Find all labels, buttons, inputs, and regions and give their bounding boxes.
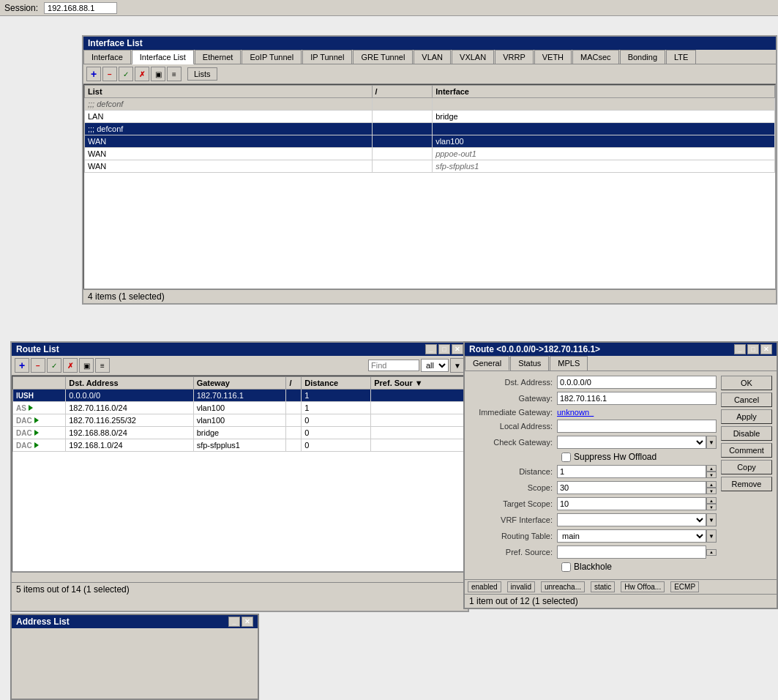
addr-minimize-button[interactable]: _ (228, 617, 240, 627)
tab-vrrp[interactable]: VRRP (495, 50, 534, 64)
table-row[interactable]: ;;; defconf (85, 123, 775, 135)
target-scope-input[interactable] (557, 497, 706, 510)
pref-source-input[interactable] (557, 546, 706, 559)
tab-vlan[interactable]: VLAN (414, 50, 451, 64)
copy-button[interactable]: ▣ (151, 67, 165, 81)
detail-tab-mpls[interactable]: MPLS (550, 356, 588, 371)
suppress-hw-offload-checkbox[interactable] (561, 453, 571, 462)
route-remove-button[interactable]: − (31, 358, 45, 373)
close-button[interactable]: ✕ (452, 344, 463, 354)
distance-up[interactable]: ▲ (706, 465, 717, 472)
target-scope-up[interactable]: ▲ (706, 497, 717, 504)
route-table: Dst. Address Gateway / Distance Pref. So… (12, 376, 467, 452)
remove-button[interactable]: − (102, 67, 117, 81)
ok-button[interactable]: OK (721, 376, 772, 390)
blackhole-checkbox[interactable] (561, 562, 571, 572)
detail-maximize-button[interactable]: □ (747, 344, 759, 354)
tab-ip-tunnel[interactable]: IP Tunnel (302, 50, 352, 64)
detail-tab-status[interactable]: Status (510, 356, 549, 371)
col-gateway[interactable]: Gateway (193, 377, 286, 390)
routing-table-arrow[interactable]: ▼ (706, 529, 717, 543)
filter-button[interactable]: ≡ (167, 67, 182, 81)
all-select[interactable]: all (421, 359, 449, 372)
disable-button[interactable]: Disable (721, 426, 772, 441)
comment-button[interactable]: Comment (721, 443, 772, 458)
scope-down[interactable]: ▼ (706, 488, 717, 494)
gateway-input[interactable] (557, 392, 717, 405)
tab-veth[interactable]: VETH (534, 50, 572, 64)
route-add-button[interactable]: + (15, 358, 29, 373)
tab-vxlan[interactable]: VXLAN (452, 50, 494, 64)
tab-interface-list[interactable]: Interface List (132, 50, 194, 64)
cell-sep (286, 427, 302, 439)
route-filter-btn2[interactable]: ▼ (450, 358, 465, 373)
cell-sep (372, 123, 433, 135)
col-sep[interactable]: / (372, 86, 433, 98)
col-sep[interactable]: / (286, 377, 302, 390)
pref-source-up[interactable]: ▲ (706, 549, 717, 556)
addr-close-button[interactable]: ✕ (242, 617, 253, 627)
routing-table-select[interactable]: main (557, 529, 706, 543)
target-scope-down[interactable]: ▼ (706, 504, 717, 510)
check-gateway-select[interactable] (557, 436, 706, 449)
table-row[interactable]: ;;; defconf (85, 98, 775, 111)
col-interface[interactable]: Interface (433, 86, 775, 98)
table-row[interactable]: DAC 182.70.116.255/32 vlan100 0 (13, 414, 467, 427)
local-address-input[interactable] (557, 420, 717, 433)
find-input[interactable] (368, 360, 419, 371)
detail-minimize-button[interactable]: _ (734, 344, 746, 354)
scope-spinners: ▲ ▼ (706, 481, 717, 494)
addr-win-btns: _ ✕ (228, 617, 253, 627)
route-filter-button[interactable]: ≡ (95, 358, 110, 373)
cell-interface: pppoe-out1 (433, 148, 775, 160)
apply-button[interactable]: Apply (721, 409, 772, 424)
dst-address-input[interactable] (557, 376, 717, 389)
route-enable-button[interactable]: ✓ (47, 358, 61, 373)
remove-button[interactable]: Remove (721, 477, 772, 491)
col-type[interactable] (13, 377, 66, 390)
col-list[interactable]: List (85, 86, 373, 98)
route-copy-button[interactable]: ▣ (79, 358, 94, 373)
check-gateway-arrow[interactable]: ▼ (706, 436, 717, 449)
table-row[interactable]: DAC 192.168.88.0/24 bridge 0 (13, 427, 467, 439)
table-row[interactable]: WAN pppoe-out1 (85, 148, 775, 160)
vrf-select[interactable] (557, 513, 706, 526)
detail-close-button[interactable]: ✕ (760, 344, 772, 354)
table-row[interactable]: IUSH 0.0.0.0/0 182.70.116.1 1 (13, 390, 467, 402)
immediate-gateway-link[interactable]: unknown_ (557, 408, 594, 417)
distance-down[interactable]: ▼ (706, 472, 717, 478)
tab-gre-tunnel[interactable]: GRE Tunnel (353, 50, 413, 64)
tab-bonding[interactable]: Bonding (620, 50, 665, 64)
route-disable-button[interactable]: ✗ (63, 358, 78, 373)
tab-macsec[interactable]: MACsec (572, 50, 619, 64)
detail-tab-general[interactable]: General (465, 356, 509, 371)
maximize-button[interactable]: □ (438, 344, 450, 354)
distance-input[interactable] (557, 465, 706, 478)
disable-button[interactable]: ✗ (135, 67, 149, 81)
add-button[interactable]: + (86, 67, 101, 81)
session-input[interactable] (44, 2, 117, 14)
tab-eoip-tunnel[interactable]: EoIP Tunnel (242, 50, 302, 64)
table-row[interactable]: WAN sfp-sfpplus1 (85, 160, 775, 173)
cancel-button[interactable]: Cancel (721, 392, 772, 407)
col-distance[interactable]: Distance (302, 377, 371, 390)
minimize-button[interactable]: _ (425, 344, 437, 354)
table-row[interactable]: WAN vlan100 (85, 135, 775, 148)
tab-ethernet[interactable]: Ethernet (195, 50, 242, 64)
col-dst[interactable]: Dst. Address (66, 377, 193, 390)
copy-button[interactable]: Copy (721, 460, 772, 474)
route-detail-title: Route <0.0.0.0/0->182.70.116.1> _ □ ✕ (465, 343, 777, 356)
form-row-gateway: Gateway: (469, 392, 717, 405)
lists-button[interactable]: Lists (187, 67, 217, 81)
route-hscroll[interactable] (12, 572, 468, 582)
table-row[interactable]: DAC 192.168.1.0/24 sfp-sfpplus1 0 (13, 439, 467, 452)
enable-button[interactable]: ✓ (119, 67, 133, 81)
vrf-arrow[interactable]: ▼ (706, 513, 717, 526)
table-row[interactable]: LAN bridge (85, 111, 775, 123)
scope-up[interactable]: ▲ (706, 481, 717, 488)
table-row[interactable]: AS 182.70.116.0/24 vlan100 1 (13, 402, 467, 414)
scope-input[interactable] (557, 481, 706, 494)
tab-lte[interactable]: LTE (666, 50, 696, 64)
tab-interface[interactable]: Interface (83, 50, 131, 64)
col-pref-sour[interactable]: Pref. Sour ▼ (371, 377, 467, 390)
